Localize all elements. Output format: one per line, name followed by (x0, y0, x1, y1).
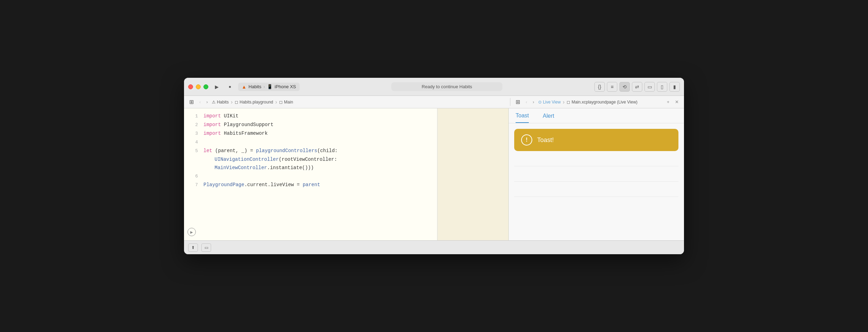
tab-alert[interactable]: Alert (543, 113, 554, 123)
xcpage-label: Main.xcplaygroundpage (Live View) (571, 100, 637, 105)
close-panel-btn[interactable]: ✕ (673, 99, 681, 105)
scheme-name: Habits (249, 84, 261, 89)
code-liveview-assign: .current.liveView = (244, 182, 303, 188)
code-line-2: 2 import PlaygroundSupport (184, 121, 437, 129)
main-content: 1 import UIKit 2 import PlaygroundSuppor… (184, 108, 684, 240)
fn-main-vc: MainViewController (215, 165, 267, 171)
code-structure-btn[interactable]: {} (594, 82, 605, 92)
code-content-5b: UINavigationController(rootViewControlle… (203, 155, 434, 164)
status-text: Ready to continue Habits (422, 84, 472, 89)
fn-parent-val: parent (303, 182, 320, 188)
run-indicator[interactable]: ▶ (187, 228, 196, 236)
bottom-bar: ⬆ ▭ (184, 240, 684, 254)
tab-alert-label: Alert (543, 113, 554, 119)
close-button[interactable] (188, 84, 193, 89)
stop-icon: ■ (229, 85, 231, 89)
stop-button[interactable]: ■ (225, 82, 235, 92)
code-line-6: 6 (184, 172, 437, 181)
tab-toast[interactable]: Toast (516, 113, 529, 123)
grid-left-btn[interactable]: ⊞ (187, 98, 195, 106)
code-content-7: PlaygroundPage.current.liveView = parent (203, 181, 434, 189)
fn-uinavigation: UINavigationController (215, 157, 279, 162)
habits-label: Habits (217, 100, 229, 105)
expand-btn[interactable]: ⬆ (188, 243, 198, 252)
minimize-button[interactable] (196, 84, 201, 89)
nav-forward-right[interactable]: › (531, 99, 536, 105)
code-uikit: UIKit (221, 113, 238, 119)
output-gutter (437, 108, 509, 240)
main-label: Main (284, 100, 293, 105)
kw-import-3: import (203, 131, 221, 136)
main-icon: ◻ (279, 100, 283, 105)
table-row-3 (514, 182, 678, 197)
liveview-label: Live View (543, 100, 561, 105)
sep1: › (231, 99, 233, 105)
code-content-4 (203, 138, 434, 146)
status-pill: Ready to continue Habits (391, 82, 502, 91)
code-parent-decl: (parent, _) = (212, 148, 256, 153)
layout2-btn[interactable]: ▮ (669, 82, 680, 92)
line-num-5: 5 (187, 147, 198, 155)
breadcrumb-bar: ⊞ ‹ › ⚠ Habits › ◻ Habits.playground › ◻… (184, 96, 684, 108)
debug-btn[interactable]: ▭ (644, 82, 655, 92)
table-rows (514, 151, 678, 197)
code-content-5c: MainViewController.instantiate())) (203, 164, 434, 172)
run-icon: ▶ (215, 84, 219, 90)
nav-back-right[interactable]: ‹ (524, 99, 529, 105)
code-root-vc: (rootViewController: (279, 157, 337, 162)
scheme-sep: › (264, 84, 265, 89)
run-button[interactable]: ▶ (212, 82, 222, 92)
add-tab-btn[interactable]: + (665, 99, 671, 105)
status-bar-center: Ready to continue Habits (303, 82, 591, 91)
maximize-button[interactable] (203, 84, 208, 89)
panel-btn[interactable]: ▭ (201, 243, 211, 252)
playground-label: Habits.playground (240, 100, 273, 105)
nav-back-left[interactable]: ‹ (198, 99, 202, 105)
breadcrumb-right: ⊞ ‹ › ⊙ Live View › ◻ Main.xcplaygroundp… (510, 98, 684, 106)
toast-notification: ! Toast! (514, 129, 678, 151)
sep2: › (275, 99, 277, 105)
code-playgroundsupport: PlaygroundSupport (221, 122, 273, 127)
line-num-2: 2 (187, 121, 198, 129)
nav-forward-left[interactable]: › (205, 99, 209, 105)
code-line-5b: UINavigationController(rootViewControlle… (184, 155, 437, 164)
code-area[interactable]: 1 import UIKit 2 import PlaygroundSuppor… (184, 108, 437, 193)
line-num-7: 7 (187, 181, 198, 189)
scheme-device: iPhone XS (275, 84, 296, 89)
toast-message: Toast! (537, 136, 554, 144)
link-btn[interactable]: ⟲ (619, 82, 630, 92)
code-line-5c: MainViewController.instantiate())) (184, 164, 437, 172)
breadcrumb-playground: ◻ Habits.playground (235, 100, 273, 105)
layout1-btn[interactable]: ▯ (657, 82, 667, 92)
breadcrumb-liveview: ⊙ Live View (538, 100, 561, 105)
expand-icon: ⬆ (191, 245, 195, 250)
scheme-selector[interactable]: ▲ Habits › 📱 iPhone XS (238, 83, 300, 91)
xcpage-icon: ◻ (567, 100, 570, 105)
app-window: ▶ ■ ▲ Habits › 📱 iPhone XS Ready to cont… (184, 78, 684, 254)
navigator-btn[interactable]: ≡ (607, 82, 617, 92)
run-indicator-icon: ▶ (190, 230, 193, 234)
live-panel: Toast Alert ! Toast! (509, 108, 684, 240)
live-tabs: Toast Alert (509, 108, 684, 123)
code-content-2: import PlaygroundSupport (203, 121, 434, 129)
assistant-btn[interactable]: ⇄ (632, 82, 642, 92)
code-habitsframework: HabitsFramework (221, 131, 267, 136)
code-content-3: import HabitsFramework (203, 129, 434, 138)
grid-right-btn[interactable]: ⊞ (514, 98, 522, 106)
kw-import-1: import (203, 113, 221, 119)
line-num-6: 6 (187, 172, 198, 181)
fn-playground-controllers: playgroundControllers (256, 148, 317, 153)
sep3: › (563, 99, 565, 105)
live-content: ! Toast! (509, 123, 684, 240)
code-line-7: 7 PlaygroundPage.current.liveView = pare… (184, 181, 437, 189)
code-line-3: 3 import HabitsFramework (184, 129, 437, 138)
toast-icon: ! (521, 134, 532, 146)
habits-icon: ⚠ (212, 100, 216, 105)
code-content-5: let (parent, _) = playgroundControllers(… (203, 147, 434, 155)
code-line-1: 1 import UIKit (184, 112, 437, 121)
title-bar: ▶ ■ ▲ Habits › 📱 iPhone XS Ready to cont… (184, 78, 684, 96)
line-num-1: 1 (187, 112, 198, 121)
line-num-3: 3 (187, 130, 198, 138)
panel-icon: ▭ (205, 245, 208, 250)
playground-icon: ◻ (235, 100, 238, 105)
